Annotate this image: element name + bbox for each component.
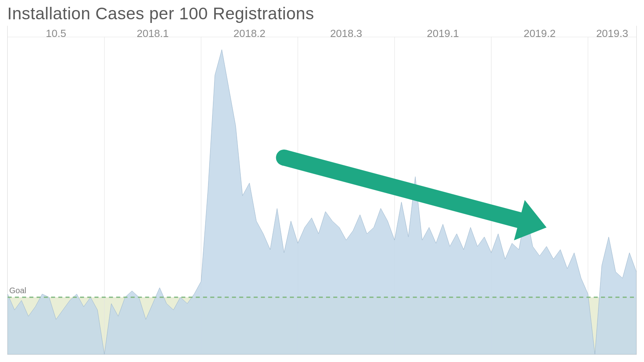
x-tick-label: 2018.3 (330, 27, 362, 40)
x-axis-labels: 10.52018.12018.22018.32019.12019.22019.3 (8, 27, 636, 39)
x-tick-label: 10.5 (46, 27, 66, 40)
area-chart (8, 26, 636, 354)
svg-point-10 (276, 150, 292, 166)
x-tick-label: 2019.1 (427, 27, 459, 40)
chart-title: Installation Cases per 100 Registrations (7, 4, 314, 23)
x-tick-label: 2018.2 (233, 27, 266, 40)
x-tick-label: 2019.3 (596, 27, 628, 40)
goal-label: Goal (9, 286, 26, 295)
chart-plot-area: 10.52018.12018.22018.32019.12019.22019.3… (7, 26, 637, 355)
x-tick-label: 2019.2 (524, 27, 556, 40)
x-tick-label: 2018.1 (137, 27, 169, 40)
